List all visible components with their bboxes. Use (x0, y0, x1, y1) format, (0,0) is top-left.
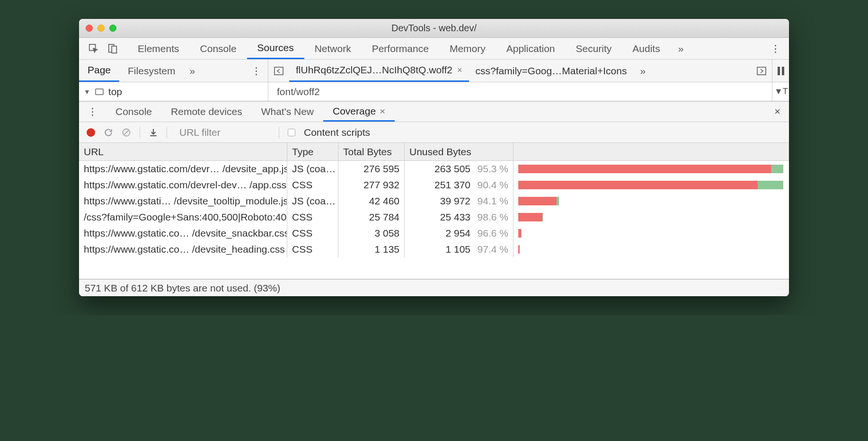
tab-elements[interactable]: Elements (127, 38, 190, 59)
cell-type: JS (coa… (287, 161, 338, 177)
drawer-tab-console[interactable]: Console (106, 102, 161, 122)
table-row[interactable]: https://www.gstatic.co… /devsite_snackba… (79, 225, 789, 241)
tab-network[interactable]: Network (304, 38, 362, 59)
record-button[interactable] (87, 128, 95, 137)
coverage-table-header: URL Type Total Bytes Unused Bytes (79, 143, 789, 161)
tab-application[interactable]: Application (496, 38, 566, 59)
cell-bar (514, 209, 789, 225)
pause-button[interactable] (772, 60, 789, 82)
sources-content-row: ▼ top font/woff2 ▼ T (79, 82, 789, 101)
svg-rect-4 (757, 67, 766, 75)
reload-icon[interactable] (104, 128, 113, 137)
main-tabbar: Elements Console Sources Network Perform… (79, 38, 789, 60)
cell-bar (514, 241, 789, 257)
tab-console[interactable]: Console (190, 38, 247, 59)
table-row[interactable]: https://www.gstatic.com/devrel-dev… /app… (79, 177, 789, 193)
cell-total: 3 058 (338, 225, 405, 241)
drawer-tab-remote-devices[interactable]: Remote devices (161, 102, 252, 122)
drawer-close-icon[interactable]: × (766, 106, 789, 118)
coverage-toolbar: URL filter Content scripts (79, 122, 789, 143)
settings-kebab-icon[interactable]: ⋮ (762, 43, 789, 54)
right-sidebar-toggle[interactable]: ▼ T (772, 82, 789, 101)
cell-url: https://www.gstatic.com/devr… /devsite_a… (79, 161, 287, 177)
cell-unused: 25 43398.6 % (405, 209, 514, 225)
tree-root-label: top (108, 86, 122, 97)
svg-rect-5 (778, 67, 780, 75)
close-icon[interactable]: × (457, 65, 462, 75)
cell-unused: 39 97294.1 % (405, 193, 514, 209)
svg-rect-2 (112, 46, 116, 53)
more-tabs-icon[interactable]: » (671, 43, 691, 54)
cell-url: https://www.gstatic.co… /devsite_heading… (79, 241, 287, 257)
clear-icon[interactable] (122, 128, 131, 137)
navigator-tab-page[interactable]: Page (79, 60, 119, 82)
cell-type: CSS (287, 177, 338, 193)
content-scripts-label: Content scripts (304, 127, 370, 138)
separator (167, 127, 167, 138)
devtools-window: DevTools - web.dev/ Elements Console Sou… (79, 19, 789, 296)
col-url[interactable]: URL (79, 143, 287, 160)
table-row[interactable]: https://www.gstatic.com/devr… /devsite_a… (79, 161, 789, 177)
frame-icon (95, 88, 104, 95)
svg-rect-6 (782, 67, 784, 75)
cell-total: 276 595 (338, 161, 405, 177)
url-filter-input[interactable]: URL filter (176, 125, 270, 140)
source-prev-icon[interactable] (268, 66, 289, 76)
tab-sources[interactable]: Sources (247, 38, 304, 59)
tab-performance[interactable]: Performance (362, 38, 439, 59)
cell-unused: 1 10597.4 % (405, 241, 514, 257)
tree-expand-icon[interactable]: ▼ (84, 88, 90, 96)
source-tab-1[interactable]: css?family=Goog…Material+Icons (469, 60, 634, 82)
device-toolbar-icon[interactable] (107, 44, 118, 54)
coverage-statusbar: 571 KB of 612 KB bytes are not used. (93… (79, 279, 789, 296)
cell-unused: 263 50595.3 % (405, 161, 514, 177)
drawer-tabbar: ⋮ Console Remote devices What's New Cove… (79, 101, 789, 122)
col-type[interactable]: Type (287, 143, 338, 160)
inspect-element-icon[interactable] (89, 44, 99, 54)
source-step-icon[interactable] (751, 66, 772, 76)
navigator-kebab-icon[interactable]: ⋮ (245, 65, 268, 77)
drawer-tab-whats-new[interactable]: What's New (252, 102, 323, 122)
drawer-tab-coverage[interactable]: Coverage × (323, 102, 395, 122)
navigator-more-icon[interactable]: » (184, 65, 201, 77)
export-icon[interactable] (149, 128, 158, 137)
cell-unused: 251 37090.4 % (405, 177, 514, 193)
content-scripts-checkbox[interactable] (288, 129, 295, 136)
tab-security[interactable]: Security (565, 38, 622, 59)
cell-bar (514, 225, 789, 241)
source-file-tabs: flUhRq6tzZclQEJ…NcIhQ8tQ.woff2 × css?fam… (268, 60, 772, 82)
drawer-kebab-icon[interactable]: ⋮ (79, 106, 106, 117)
cell-total: 277 932 (338, 177, 405, 193)
window-title: DevTools - web.dev/ (79, 23, 789, 34)
table-row[interactable]: https://www.gstati… /devsite_tooltip_mod… (79, 193, 789, 209)
svg-rect-3 (275, 67, 283, 75)
source-more-icon[interactable]: » (633, 65, 652, 77)
cell-type: JS (coa… (287, 193, 338, 209)
col-total[interactable]: Total Bytes (338, 143, 405, 160)
cell-type: CSS (287, 225, 338, 241)
cell-type: CSS (287, 241, 338, 257)
cell-unused: 2 95496.6 % (405, 225, 514, 241)
tab-memory[interactable]: Memory (439, 38, 496, 59)
drawer-tab-coverage-label: Coverage (333, 106, 376, 117)
close-icon[interactable]: × (380, 106, 385, 117)
source-tab-0[interactable]: flUhRq6tzZclQEJ…NcIhQ8tQ.woff2 × (289, 60, 469, 82)
cell-bar (514, 177, 789, 193)
source-content-type: font/woff2 (268, 82, 772, 101)
navigator-tab-filesystem[interactable]: Filesystem (119, 60, 184, 82)
table-row[interactable]: /css?family=Google+Sans:400,500|Roboto:4… (79, 209, 789, 225)
svg-rect-8 (150, 135, 156, 136)
tab-audits[interactable]: Audits (622, 38, 670, 59)
col-unused[interactable]: Unused Bytes (405, 143, 514, 160)
navigator-tabs: Page Filesystem » ⋮ (79, 60, 268, 82)
table-row[interactable]: https://www.gstatic.co… /devsite_heading… (79, 241, 789, 257)
file-tree[interactable]: ▼ top (79, 82, 268, 101)
col-bar (514, 143, 789, 160)
cell-total: 42 460 (338, 193, 405, 209)
sources-subheader: Page Filesystem » ⋮ flUhRq6tzZclQEJ…NcIh… (79, 60, 789, 82)
cell-url: /css?family=Google+Sans:400,500|Roboto:4… (79, 209, 287, 225)
separator (279, 127, 279, 138)
cell-url: https://www.gstati… /devsite_tooltip_mod… (79, 193, 287, 209)
titlebar: DevTools - web.dev/ (79, 19, 789, 38)
separator (140, 127, 140, 138)
